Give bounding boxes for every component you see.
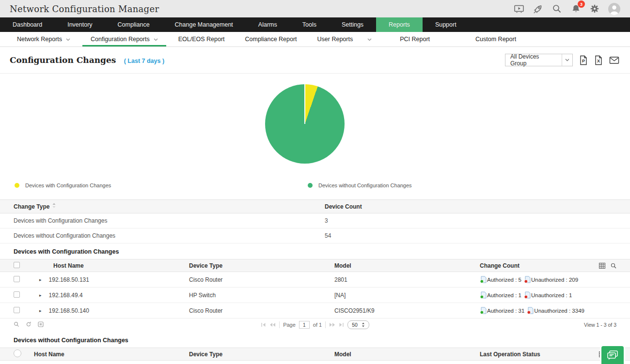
unchanged-devices-table: Host Name Device Type Model Last Operati… bbox=[0, 348, 630, 364]
pager-next-icon[interactable] bbox=[329, 322, 335, 327]
section-title-changed-devices: Devices with Configuration Changes bbox=[0, 243, 630, 259]
svg-text:X: X bbox=[597, 59, 600, 63]
configuration-changes-chart: Devices with Configuration Changes Devic… bbox=[0, 84, 630, 199]
page-size-select[interactable]: 50 bbox=[347, 320, 369, 329]
table-row[interactable]: ▸192.168.50.131 Cisco Router 2801 Author… bbox=[0, 272, 630, 288]
legend-dot-green bbox=[308, 183, 313, 188]
section-title-unchanged-devices: Devices without Configuration Changes bbox=[0, 331, 630, 348]
chevron-down-icon bbox=[66, 38, 70, 41]
col-model[interactable]: Model bbox=[334, 262, 480, 269]
nav-compliance[interactable]: Compliance bbox=[105, 17, 162, 32]
legend-unchanged: Devices without Configuration Changes bbox=[308, 182, 412, 188]
changed-devices-table: Host Name Device Type Model Change Count… bbox=[0, 259, 630, 331]
sort-icon[interactable] bbox=[52, 203, 56, 208]
select-all-radio[interactable] bbox=[14, 349, 21, 357]
col-device-count[interactable]: Device Count bbox=[325, 203, 616, 210]
col-device-type[interactable]: Device Type bbox=[189, 262, 334, 269]
authorized-change-icon bbox=[480, 291, 487, 299]
settings-gear-icon[interactable] bbox=[589, 3, 600, 14]
col-last-operation-status[interactable]: Last Operation Status bbox=[480, 351, 616, 358]
expand-arrow-icon[interactable]: ▸ bbox=[39, 277, 42, 282]
report-period: ( Last 7 days ) bbox=[124, 58, 164, 64]
col-host-name[interactable]: Host Name bbox=[30, 351, 189, 358]
summary-table: Change Type Device Count Devices with Co… bbox=[0, 199, 630, 243]
table-pager: Page of 1 50 View 1 - 3 of 3 bbox=[0, 319, 630, 331]
pie-chart[interactable] bbox=[265, 84, 345, 164]
table-row[interactable]: Devices with Configuration Changes 3 bbox=[0, 213, 630, 228]
col-change-type[interactable]: Change Type bbox=[14, 203, 325, 210]
table-row[interactable]: Devices without Configuration Changes 54 bbox=[0, 228, 630, 243]
pager-of-label: of 1 bbox=[313, 322, 322, 328]
nav-change-management[interactable]: Change Management bbox=[162, 17, 246, 32]
subnav-pci-report[interactable]: PCI Report bbox=[390, 32, 440, 46]
nav-tools[interactable]: Tools bbox=[290, 17, 329, 32]
user-avatar[interactable] bbox=[608, 3, 620, 15]
authorized-change-icon bbox=[480, 276, 487, 283]
expand-arrow-icon[interactable]: ▸ bbox=[39, 293, 42, 298]
nav-reports[interactable]: Reports bbox=[376, 17, 423, 32]
device-group-value: All Devices Group bbox=[505, 54, 562, 66]
pager-page-label: Page bbox=[283, 322, 296, 328]
search-icon[interactable] bbox=[551, 3, 562, 14]
subnav-custom-report[interactable]: Custom Report bbox=[465, 32, 526, 46]
table-search-icon[interactable] bbox=[611, 263, 616, 269]
nav-dashboard[interactable]: Dashboard bbox=[0, 17, 55, 32]
unauthorized-change-icon bbox=[524, 291, 531, 299]
nav-alarms[interactable]: Alarms bbox=[246, 17, 290, 32]
top-bar: Network Configuration Manager 3 bbox=[0, 0, 630, 17]
col-change-count[interactable]: Change Count bbox=[480, 262, 616, 269]
email-report-icon[interactable] bbox=[609, 56, 619, 64]
select-arrow-icon[interactable] bbox=[562, 54, 572, 66]
page-header: Configuration Changes ( Last 7 days ) Al… bbox=[0, 47, 630, 74]
table-row[interactable]: 27.1.1.50 Cisco Router 2612 Backup bbox=[0, 361, 630, 364]
svg-text:P: P bbox=[582, 59, 585, 63]
app-title: Network Configuration Manager bbox=[10, 4, 159, 14]
select-all-checkbox[interactable] bbox=[14, 262, 20, 268]
pager-view-range: View 1 - 3 of 3 bbox=[584, 322, 616, 328]
legend-dot-yellow bbox=[15, 183, 19, 188]
nav-support[interactable]: Support bbox=[423, 17, 469, 32]
nav-inventory[interactable]: Inventory bbox=[55, 17, 105, 32]
row-checkbox[interactable] bbox=[14, 307, 20, 313]
chevron-down-icon bbox=[154, 38, 158, 41]
pager-prev-icon[interactable] bbox=[269, 322, 276, 327]
authorized-change-icon bbox=[480, 307, 487, 314]
col-device-type[interactable]: Device Type bbox=[189, 351, 334, 358]
table-row[interactable]: ▸192.168.50.140 Cisco Router CISCO2951/K… bbox=[0, 303, 630, 318]
chevron-down-icon bbox=[367, 38, 372, 41]
subnav-user-reports[interactable]: User Reports bbox=[307, 32, 382, 46]
subnav-eol-eos-report[interactable]: EOL/EOS Report bbox=[168, 32, 235, 46]
pdf-export-icon[interactable]: P bbox=[579, 55, 588, 65]
row-checkbox[interactable] bbox=[14, 276, 20, 282]
pager-first-icon[interactable] bbox=[261, 322, 266, 327]
excel-export-icon[interactable]: X bbox=[594, 55, 603, 65]
subnav-compliance-report[interactable]: Compliance Report bbox=[235, 32, 307, 46]
subnav-network-reports[interactable]: Network Reports bbox=[7, 32, 80, 46]
notifications-bell-icon[interactable]: 3 bbox=[570, 3, 581, 14]
getting-started-rocket-icon[interactable] bbox=[533, 3, 543, 14]
live-chat-button[interactable] bbox=[601, 346, 624, 364]
row-checkbox[interactable] bbox=[14, 291, 20, 298]
expand-arrow-icon[interactable]: ▸ bbox=[39, 308, 42, 313]
device-group-select[interactable]: All Devices Group bbox=[505, 54, 573, 66]
col-model[interactable]: Model bbox=[334, 351, 480, 358]
pager-last-icon[interactable] bbox=[339, 322, 344, 327]
demo-video-icon[interactable] bbox=[514, 3, 524, 14]
column-chooser-icon[interactable] bbox=[599, 263, 605, 269]
main-nav: Dashboard Inventory Compliance Change Ma… bbox=[0, 17, 630, 32]
table-row[interactable]: ▸192.168.49.4 HP Switch [NA] Authorized … bbox=[0, 288, 630, 303]
nav-settings[interactable]: Settings bbox=[329, 17, 376, 32]
legend-changed: Devices with Configuration Changes bbox=[15, 182, 111, 188]
unauthorized-change-icon bbox=[524, 276, 531, 283]
subnav-configuration-reports[interactable]: Configuration Reports bbox=[80, 32, 168, 46]
notification-badge: 3 bbox=[578, 0, 585, 8]
col-host-name[interactable]: Host Name bbox=[37, 262, 189, 269]
page-number-input[interactable] bbox=[299, 321, 310, 329]
page-title: Configuration Changes bbox=[10, 55, 116, 65]
unauthorized-change-icon bbox=[527, 307, 534, 314]
reports-subnav: Network Reports Configuration Reports EO… bbox=[0, 32, 630, 47]
